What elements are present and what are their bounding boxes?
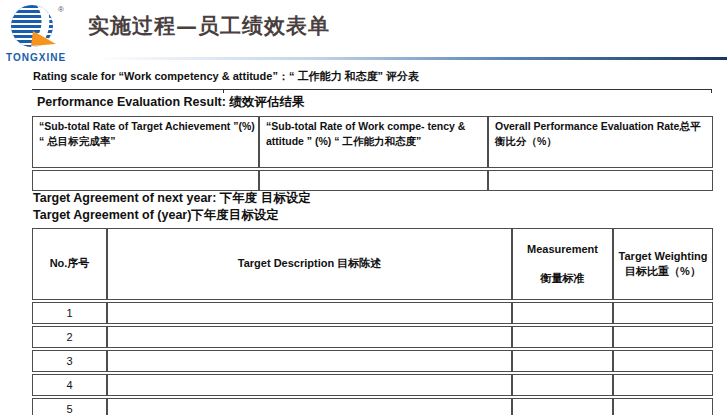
- globe-sail-logo-icon: ®: [6, 4, 72, 50]
- registered-mark: ®: [58, 5, 64, 14]
- cell-measurement: [512, 374, 613, 396]
- header-measurement-cn: 衡量标准: [517, 271, 608, 286]
- cell-weighting: [613, 350, 713, 372]
- header-no: No.序号: [32, 228, 107, 300]
- table-row: 1: [32, 302, 713, 324]
- table-row: 4: [32, 374, 713, 396]
- cell-description: [107, 350, 512, 372]
- table-value-row: [32, 170, 713, 191]
- row-number: 2: [32, 326, 107, 348]
- row-number: 1: [32, 302, 107, 324]
- header-measurement-en: Measurement: [527, 243, 598, 255]
- table-row: 5: [32, 398, 713, 415]
- table-row: 3: [32, 350, 713, 372]
- cell-measurement: [512, 326, 613, 348]
- cell-weighting: [613, 398, 713, 415]
- cell-description: [107, 302, 512, 324]
- cell-weighting: [613, 374, 713, 396]
- row-number: 4: [32, 374, 107, 396]
- cell-description: [107, 374, 512, 396]
- value-target-achievement: [32, 170, 259, 191]
- logo-text: TONGXINE: [6, 52, 84, 63]
- header-weighting: Target Weighting 目标比重（%）: [613, 228, 713, 300]
- header-overall-rate: Overall Performance Evaluation Rate总平衡比分…: [488, 116, 713, 168]
- cell-weighting: [613, 326, 713, 348]
- header-measurement: Measurement 衡量标准: [512, 228, 613, 300]
- table-header-row: No.序号 Target Description 目标陈述 Measuremen…: [32, 228, 713, 300]
- horizontal-rule: [32, 89, 712, 90]
- table-header-row: “Sub-total Rate of Target Achievement ”(…: [32, 116, 713, 168]
- target-agreement-heading-2: Target Agreement of (year)下年度目标设定: [33, 207, 279, 224]
- performance-result-heading: Performance Evaluation Result: 绩效评估结果: [37, 94, 304, 111]
- table-row: 2: [32, 326, 713, 348]
- header-work-competency: “Sub-total Rate of Work compe- tency & a…: [259, 116, 488, 168]
- target-agreement-table: No.序号 Target Description 目标陈述 Measuremen…: [32, 226, 713, 415]
- cell-measurement: [512, 350, 613, 372]
- header-target-description: Target Description 目标陈述: [107, 228, 512, 300]
- company-logo: ® TONGXINE: [6, 4, 84, 63]
- header-weighting-cn: 目标比重（%）: [618, 264, 708, 279]
- cell-weighting: [613, 302, 713, 324]
- header-target-achievement: “Sub-total Rate of Target Achievement ”(…: [32, 116, 259, 168]
- performance-result-table: “Sub-total Rate of Target Achievement ”(…: [32, 114, 713, 193]
- target-agreement-heading-1: Target Agreement of next year: 下年度 目标设定: [33, 190, 311, 207]
- cell-measurement: [512, 398, 613, 415]
- row-number: 3: [32, 350, 107, 372]
- title-underline-rule: [95, 57, 727, 60]
- row-number: 5: [32, 398, 107, 415]
- cell-description: [107, 326, 512, 348]
- cell-description: [107, 398, 512, 415]
- value-overall-rate: [488, 170, 713, 191]
- page-title: 实施过程—员工绩效表单: [88, 12, 330, 40]
- column-tick: [711, 89, 712, 93]
- rating-scale-caption: Rating scale for “Work competency & atti…: [33, 69, 419, 84]
- cell-measurement: [512, 302, 613, 324]
- slide-page: ® TONGXINE 实施过程—员工绩效表单 Rating scale for …: [0, 0, 727, 415]
- column-tick: [223, 89, 224, 93]
- header-weighting-en: Target Weighting: [619, 250, 708, 262]
- value-work-competency: [259, 170, 488, 191]
